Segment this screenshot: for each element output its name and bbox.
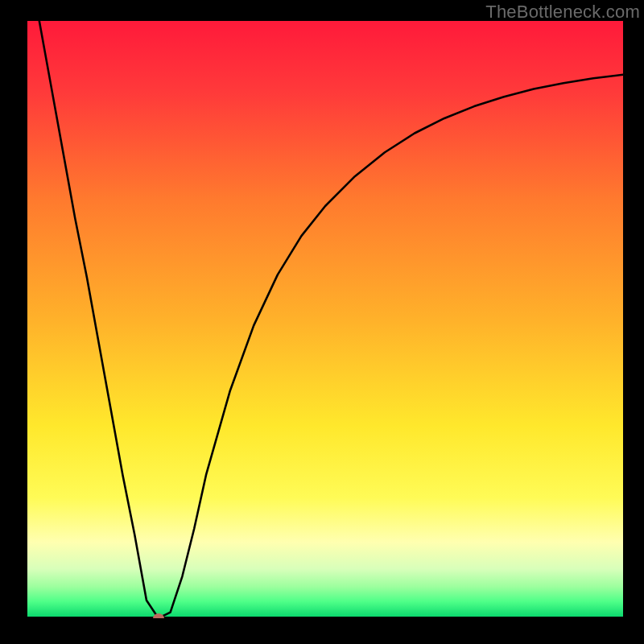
plot-area: [27, 21, 623, 618]
chart-curve: [27, 21, 623, 618]
watermark-text: TheBottleneck.com: [485, 2, 640, 23]
minimum-marker-icon: [153, 613, 164, 618]
